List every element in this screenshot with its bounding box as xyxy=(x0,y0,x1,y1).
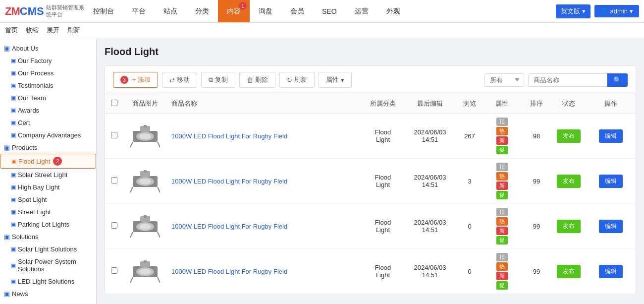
nav-console[interactable]: 控制台 xyxy=(84,0,123,22)
tag-促: 促 xyxy=(496,146,508,154)
add-button[interactable]: 3 + 添加 xyxy=(113,72,158,88)
svg-line-19 xyxy=(130,232,133,238)
sidebar-group-products-title[interactable]: ▣ Products xyxy=(0,141,96,154)
svg-rect-9 xyxy=(144,170,147,173)
category-cell: Flood Light xyxy=(363,204,403,249)
nav-seo[interactable]: SEO xyxy=(313,0,346,22)
product-link[interactable]: 1000W LED Flood Light For Rugby Field xyxy=(171,223,287,230)
svg-line-13 xyxy=(158,187,160,192)
product-link[interactable]: 1000W LED Flood Light For Rugby Field xyxy=(171,132,287,140)
nav-appearance[interactable]: 外观 xyxy=(377,0,409,22)
th-attributes: 属性 xyxy=(482,94,522,114)
product-link[interactable]: 1000W LED Flood Light For Rugby Field xyxy=(171,268,287,275)
table-row: 1000W LED Flood Light For Rugby Field Fl… xyxy=(105,114,636,159)
sidebar-group-solutions: ▣ Solutions ▣ Solar Light Solutions ▣ So… xyxy=(0,231,96,288)
sort-cell: 99 xyxy=(522,204,551,249)
table-row: 1000W LED Flood Light For Rugby Field Fl… xyxy=(105,204,636,249)
sidebar-item-high-bay-light[interactable]: ▣ High Bay Light xyxy=(0,181,96,193)
filter-select[interactable]: 所有 xyxy=(484,73,524,87)
sidebar-item-parking-lot-lights[interactable]: ▣ Parking Lot Lights xyxy=(0,218,96,231)
th-sort: 排序 xyxy=(522,94,551,114)
row-checkbox[interactable] xyxy=(111,222,117,229)
edit-button[interactable]: 编辑 xyxy=(599,129,623,143)
th-last-edit: 最后编辑 xyxy=(403,94,457,114)
minus-icon: ▣ xyxy=(4,144,10,151)
sidebar-item-solar-power-solutions[interactable]: ▣ Solar Power System Solutions xyxy=(0,255,96,275)
subnav-collapse[interactable]: 收缩 xyxy=(26,26,39,35)
delete-icon: 🗑 xyxy=(247,76,253,84)
subnav-home[interactable]: 首页 xyxy=(5,26,18,35)
tag-row: 顶热新促 xyxy=(486,208,518,244)
sidebar-item-solar-light-solutions[interactable]: ▣ Solar Light Solutions xyxy=(0,243,96,255)
publish-button[interactable]: 发布 xyxy=(557,265,581,278)
row-checkbox[interactable] xyxy=(111,132,117,138)
row-checkbox[interactable] xyxy=(111,267,117,274)
nav-category[interactable]: 分类 xyxy=(186,0,218,22)
table-header-row: 商品图片 商品名称 所属分类 最后编辑 浏览 属性 排序 状态 操作 xyxy=(105,94,636,114)
svg-rect-16 xyxy=(144,215,147,218)
tag-热: 热 xyxy=(496,262,508,271)
edit-button[interactable]: 编辑 xyxy=(599,220,623,233)
copy-button[interactable]: ⧉ 复制 xyxy=(201,72,235,88)
logo-cms: CMS xyxy=(20,5,44,18)
nav-member[interactable]: 会员 xyxy=(281,0,313,22)
logo: ZMCMS 站群营销管理系统平台 xyxy=(5,4,84,17)
tag-新: 新 xyxy=(496,182,508,190)
language-button[interactable]: 英文版 ▾ xyxy=(556,4,590,18)
sidebar-item-our-process[interactable]: ▣ Our Process xyxy=(0,67,96,79)
subnav-expand[interactable]: 展开 xyxy=(47,26,59,35)
edit-button[interactable]: 编辑 xyxy=(599,265,623,278)
nav-site[interactable]: 站点 xyxy=(155,0,186,22)
publish-button[interactable]: 发布 xyxy=(557,175,581,188)
sidebar-group-contact-title[interactable]: ▣ Contact xyxy=(0,300,96,304)
row-checkbox[interactable] xyxy=(111,177,117,183)
select-all-checkbox[interactable] xyxy=(111,100,117,106)
nav-platform[interactable]: 平台 xyxy=(123,0,155,22)
sidebar-group-solutions-title[interactable]: ▣ Solutions xyxy=(0,231,96,243)
minus-icon: ▣ xyxy=(4,233,10,241)
props-button[interactable]: 属性 ▾ xyxy=(319,72,352,88)
sidebar-group-aboutus-title[interactable]: ▣ About Us xyxy=(0,42,96,55)
nav-content[interactable]: 内容 1 xyxy=(218,0,250,22)
edit-button[interactable]: 编辑 xyxy=(599,175,623,188)
tag-row: 顶热新促 xyxy=(486,163,518,199)
nav-inquiry[interactable]: 询盘 xyxy=(250,0,281,22)
main-content: Flood Light 3 + 添加 ⇄ 移动 ⧉ 复制 🗑 删除 ↻ 刷新 属… xyxy=(97,38,644,304)
sidebar-group-news-title[interactable]: ▣ News xyxy=(0,288,96,300)
move-button[interactable]: ⇄ 移动 xyxy=(162,72,197,88)
product-name-cell: 1000W LED Flood Light For Rugby Field xyxy=(167,159,363,204)
status-cell: 发布 xyxy=(551,114,586,159)
sidebar-item-awards[interactable]: ▣ Awards xyxy=(0,104,96,117)
publish-button[interactable]: 发布 xyxy=(557,220,581,233)
sub-navigation: 首页 收缩 展开 刷新 xyxy=(0,23,644,38)
delete-button[interactable]: 🗑 删除 xyxy=(239,72,275,88)
search-button[interactable]: 🔍 xyxy=(607,73,628,87)
sidebar-group-news: ▣ News xyxy=(0,288,96,300)
sidebar-item-our-team[interactable]: ▣ Our Team xyxy=(0,92,96,104)
product-image xyxy=(127,214,163,239)
sidebar-group-products: ▣ Products ▣ Flood Light 2 ▣ Solar Stree… xyxy=(0,141,96,231)
sidebar-item-cert[interactable]: ▣ Cert xyxy=(0,117,96,129)
nav-operations[interactable]: 运营 xyxy=(346,0,377,22)
svg-line-27 xyxy=(158,277,160,283)
sidebar-item-testimonials[interactable]: ▣ Testimonials xyxy=(0,79,96,92)
publish-button[interactable]: 发布 xyxy=(557,129,581,143)
sidebar-item-spot-light[interactable]: ▣ Spot Light xyxy=(0,193,96,206)
sidebar-item-our-factory[interactable]: ▣ Our Factory xyxy=(0,55,96,67)
refresh-button[interactable]: ↻ 刷新 xyxy=(279,72,315,88)
subnav-refresh[interactable]: 刷新 xyxy=(67,26,80,35)
svg-point-18 xyxy=(139,224,151,230)
admin-button[interactable]: 👤 admin ▾ xyxy=(594,5,639,17)
product-link[interactable]: 1000W LED Flood Light For Rugby Field xyxy=(171,178,287,185)
search-input[interactable] xyxy=(528,73,607,87)
status-cell: 发布 xyxy=(551,249,586,294)
last-edit-cell: 2024/06/03 14:51 xyxy=(403,114,457,159)
sidebar-group-contact: ▣ Contact xyxy=(0,300,96,304)
sidebar-item-solar-street-light[interactable]: ▣ Solar Street Light xyxy=(0,169,96,181)
tag-顶: 顶 xyxy=(496,163,508,171)
sidebar-item-led-light-solutions[interactable]: ▣ LED Light Solutions xyxy=(0,275,96,288)
sidebar-item-company-advantages[interactable]: ▣ Company Advantages xyxy=(0,129,96,141)
sidebar-item-street-light[interactable]: ▣ Street Light xyxy=(0,206,96,218)
sidebar-item-flood-light[interactable]: ▣ Flood Light 2 xyxy=(0,154,96,169)
svg-rect-2 xyxy=(144,125,147,127)
